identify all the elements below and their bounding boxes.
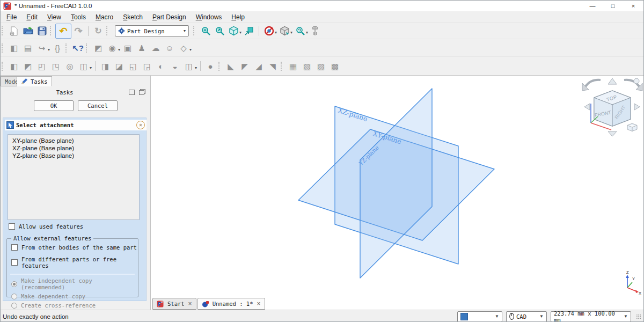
- menu-tools[interactable]: Tools: [66, 12, 91, 22]
- chevron-down-icon[interactable]: ▾: [189, 47, 192, 52]
- list-item-xy-plane[interactable]: XY-plane (Base plane): [8, 137, 139, 144]
- face-icon[interactable]: ☺: [163, 41, 177, 55]
- isometric-view-icon[interactable]: [226, 24, 240, 38]
- from-different-parts-checkbox[interactable]: [11, 259, 18, 266]
- arrow-left-icon[interactable]: [584, 104, 590, 110]
- pocket-icon[interactable]: ◨: [98, 59, 112, 73]
- rotate-left-arrow-icon[interactable]: [586, 80, 601, 86]
- 3d-viewport[interactable]: XZ-plane XY-plane YZ-plane: [151, 76, 644, 310]
- selection-style-dropdown[interactable]: ▼: [457, 311, 502, 322]
- attachment-listbox[interactable]: XY-plane (Base plane) XZ-plane (Base pla…: [8, 134, 140, 220]
- close-icon[interactable]: ×: [257, 300, 260, 308]
- toolbar-handle[interactable]: [50, 26, 53, 35]
- menu-edit[interactable]: Edit: [21, 12, 42, 22]
- section-header[interactable]: Select attachment «: [5, 120, 147, 130]
- thickness-icon[interactable]: ◥: [266, 59, 280, 73]
- multitransform-icon[interactable]: ▩: [328, 59, 342, 73]
- draw-style-icon[interactable]: [277, 24, 291, 38]
- zoom-selection-icon[interactable]: [293, 24, 307, 38]
- chevron-down-icon[interactable]: ▾: [90, 65, 92, 70]
- menu-sketch[interactable]: Sketch: [118, 12, 148, 22]
- hole-icon[interactable]: ◪: [112, 59, 126, 73]
- additive-loft-icon[interactable]: ◰: [35, 59, 49, 73]
- toolbar-handle[interactable]: [193, 26, 196, 35]
- menu-windows[interactable]: Windows: [191, 12, 227, 22]
- subtractive-pipe-icon[interactable]: ◐: [154, 59, 168, 73]
- workbench-selector[interactable]: Part Design ▾: [115, 25, 189, 36]
- collapse-button[interactable]: «: [136, 121, 145, 129]
- minimize-button[interactable]: —: [582, 1, 603, 11]
- dependent-copy-radio[interactable]: [11, 294, 17, 299]
- additive-pipe-icon[interactable]: ◳: [49, 59, 63, 73]
- menu-help[interactable]: Help: [226, 12, 250, 22]
- navigation-cube[interactable]: TOP FRONT RIGHT: [582, 78, 642, 136]
- toolbar-handle[interactable]: [281, 62, 284, 71]
- arrow-down-icon[interactable]: [608, 131, 617, 136]
- toolbar-handle[interactable]: [2, 43, 5, 53]
- tab-start[interactable]: Start ×: [152, 298, 196, 310]
- dock-icon[interactable]: [129, 90, 135, 95]
- maximize-button[interactable]: □: [603, 1, 623, 11]
- toolbar-handle[interactable]: [2, 26, 5, 35]
- chevron-down-icon[interactable]: ▾: [290, 30, 292, 35]
- groove-icon[interactable]: ◱: [126, 59, 140, 73]
- close-button[interactable]: ×: [623, 1, 643, 11]
- list-item-yz-plane[interactable]: YZ-plane (Base plane): [8, 152, 139, 159]
- refresh-icon[interactable]: ↻: [91, 24, 105, 38]
- tab-unnamed-document[interactable]: Unnamed : 1* ×: [197, 298, 265, 310]
- undo-button[interactable]: ↶: [55, 24, 71, 39]
- chevron-down-icon[interactable]: ▾: [239, 30, 241, 35]
- chevron-down-icon[interactable]: ▾: [48, 47, 50, 52]
- box-select-icon[interactable]: ▣: [121, 41, 135, 55]
- subtractive-helix-icon[interactable]: ◒: [168, 59, 182, 73]
- menu-macro[interactable]: Macro: [91, 12, 118, 22]
- close-icon[interactable]: ×: [188, 300, 192, 308]
- measure-icon[interactable]: [309, 24, 323, 38]
- diamond-icon[interactable]: ◇: [177, 41, 191, 55]
- shapes-icon[interactable]: ◉: [105, 41, 119, 55]
- menu-view[interactable]: View: [42, 12, 66, 22]
- chevron-down-icon[interactable]: ▾: [118, 47, 120, 52]
- from-other-bodies-checkbox[interactable]: [11, 244, 18, 251]
- cancel-button[interactable]: Cancel: [78, 100, 118, 111]
- redo-icon[interactable]: ↷: [71, 24, 85, 38]
- independent-copy-radio[interactable]: [11, 281, 17, 287]
- dimension-dropdown[interactable]: 223.74 mm x 100.00 mm ▼: [551, 311, 631, 322]
- fit-selection-icon[interactable]: [213, 24, 226, 38]
- save-icon[interactable]: [35, 24, 49, 38]
- subtractive-primitive-icon[interactable]: ◫: [182, 59, 196, 73]
- toolbar-handle[interactable]: [2, 62, 5, 71]
- chevron-down-icon[interactable]: ▾: [306, 30, 308, 35]
- sync-view-icon[interactable]: [242, 24, 256, 38]
- chamfer-icon[interactable]: ◤: [238, 59, 252, 73]
- open-file-icon[interactable]: [21, 24, 35, 38]
- fit-all-icon[interactable]: [199, 24, 213, 38]
- list-item-xz-plane[interactable]: XZ-plane (Base plane): [8, 144, 139, 152]
- additive-helix-icon[interactable]: ◎: [63, 59, 77, 73]
- pad-icon[interactable]: ◧: [7, 59, 21, 73]
- solid-tool-icon[interactable]: ◧: [7, 41, 21, 55]
- allow-used-features-checkbox[interactable]: [9, 223, 15, 230]
- chevron-down-icon[interactable]: ▾: [195, 65, 197, 70]
- arrow-right-icon[interactable]: [634, 104, 640, 110]
- ok-button[interactable]: OK: [34, 100, 74, 111]
- mini-cube-icon[interactable]: [627, 123, 637, 131]
- new-file-icon[interactable]: [7, 24, 21, 38]
- tab-tasks[interactable]: Tasks: [17, 76, 52, 86]
- additive-primitive-icon[interactable]: ◫: [77, 59, 91, 73]
- view-sphere-icon[interactable]: [634, 78, 639, 84]
- sphere-icon[interactable]: ●: [203, 59, 217, 73]
- polar-pattern-icon[interactable]: ▨: [314, 59, 328, 73]
- resize-grip[interactable]: [636, 314, 641, 319]
- export-icon[interactable]: ↪: [35, 41, 49, 55]
- mirrored-icon[interactable]: ▧: [300, 59, 314, 73]
- linear-pattern-icon[interactable]: ▦: [286, 59, 300, 73]
- float-icon[interactable]: [139, 90, 144, 95]
- whats-this-icon[interactable]: ↖?: [71, 41, 85, 55]
- navigation-style-dropdown[interactable]: CAD ▼: [506, 311, 547, 322]
- clipping-plane-icon[interactable]: [262, 24, 276, 38]
- revolution-icon[interactable]: ◩: [21, 59, 35, 73]
- toolbar-handle[interactable]: [86, 43, 89, 53]
- mesh-icon[interactable]: ☁: [149, 41, 163, 55]
- cross-reference-radio[interactable]: [11, 303, 17, 309]
